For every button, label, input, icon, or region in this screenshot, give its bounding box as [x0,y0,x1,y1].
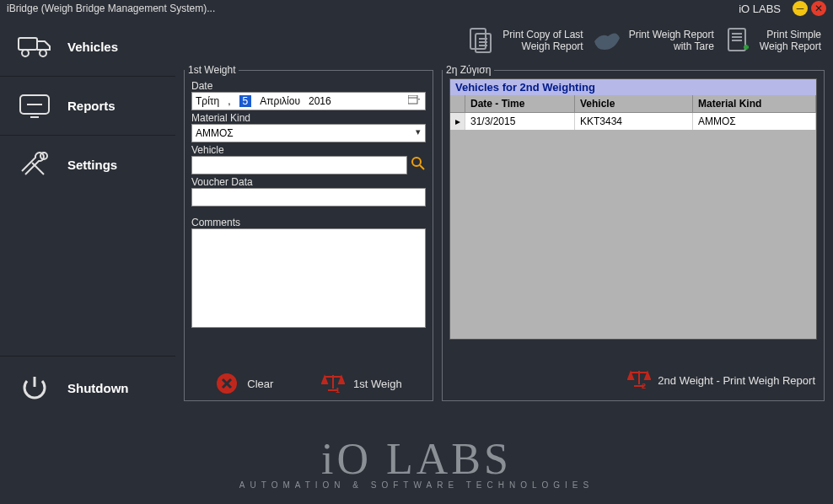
clear-label: Clear [247,378,273,390]
sidebar-item-shutdown[interactable]: Shutdown [0,356,175,420]
truck-icon [17,35,52,58]
second-weight-legend: 2η Ζύγιση [443,64,494,76]
scale-2-icon: 2 [627,369,651,392]
cell-vehicle: KKT3434 [575,113,693,130]
document-copy-icon [465,25,496,56]
table-row[interactable]: ▸ 31/3/2015 KKT3434 ΑΜΜΟΣ [450,113,816,130]
date-year: 2016 [309,95,331,107]
hand-icon [592,25,622,56]
second-weight-panel: 2η Ζύγιση Vehicles for 2nd Weighting Dat… [442,64,825,401]
titlebar-brand: iO LABS [739,3,781,15]
window-title: iBridge (Weigh Bridge Management System)… [7,3,215,14]
document-plus-icon [723,25,753,56]
sidebar-item-settings[interactable]: Settings [0,135,175,194]
vehicle-input[interactable] [191,156,407,174]
power-icon [17,374,52,403]
voucher-input[interactable] [191,188,426,206]
date-month: Απριλίου [260,95,300,107]
sidebar-shutdown-label: Shutdown [67,381,128,395]
grid-title: Vehicles for 2nd Weighting [450,79,816,95]
col-datetime: Date - Time [465,95,575,113]
first-weigh-button[interactable]: 1 1st Weigh [321,372,402,395]
cell-material: ΑΜΜΟΣ [693,113,816,130]
footer-logo: iO LABS [321,434,512,484]
date-dayname: Τρίτη [196,95,219,107]
svg-rect-18 [408,95,417,104]
second-weight-print-label: 2nd Weight - Print Weigh Report [658,374,815,387]
sidebar: Vehicles Reports Settings Shutdown [0,17,175,420]
search-icon[interactable] [411,156,426,174]
close-button[interactable]: ✕ [811,1,826,16]
print-tare-button[interactable]: Print Weigh Report with Tare [592,25,714,56]
svg-line-21 [420,165,424,169]
svg-text:2: 2 [642,382,646,389]
print-tare-line2: with Tare [674,40,714,52]
footer: iO LABS AUTOMATION & SOFTWARE TECHNOLOGI… [0,420,833,504]
print-simple-line2: Weigh Report [760,40,821,52]
row-marker-icon: ▸ [450,113,465,130]
svg-rect-0 [19,38,37,50]
date-label: Date [191,80,426,92]
minimize-button[interactable]: ─ [793,1,808,16]
print-copy-last-button[interactable]: Print Copy of Last Weigh Report [465,25,583,56]
sidebar-reports-label: Reports [67,99,116,113]
date-daynum: 5 [239,95,252,107]
titlebar: iBridge (Weigh Bridge Management System)… [0,0,833,17]
scale-1-icon: 1 [321,372,345,395]
svg-point-20 [412,158,421,166]
cell-datetime: 31/3/2015 [465,113,575,130]
second-weight-print-button[interactable]: 2 2nd Weight - Print Weigh Report [627,369,815,392]
sidebar-item-vehicles[interactable]: Vehicles [0,17,175,76]
material-select[interactable] [191,124,426,142]
footer-tagline: AUTOMATION & SOFTWARE TECHNOLOGIES [239,480,594,490]
monitor-icon [17,94,52,119]
print-simple-button[interactable]: Print Simple Weigh Report [723,25,821,56]
first-weigh-label: 1st Weigh [353,378,402,390]
sidebar-vehicles-label: Vehicles [67,40,118,54]
date-input[interactable]: Τρίτη , 5 Απριλίου 2016 [191,92,426,110]
sidebar-settings-label: Settings [67,158,117,172]
comments-textarea[interactable] [191,228,426,328]
clear-icon [215,372,239,395]
svg-point-1 [22,50,29,56]
print-tare-line1: Print Weigh Report [629,29,714,40]
svg-text:1: 1 [336,386,340,394]
material-label: Material Kind [191,112,426,124]
tools-icon [17,151,52,180]
sidebar-item-reports[interactable]: Reports [0,76,175,135]
toolbar: Print Copy of Last Weigh Report Print We… [175,17,833,64]
calendar-dropdown-icon[interactable] [408,95,420,108]
first-weight-panel: 1st Weight Date Τρίτη , 5 Απριλίου 2016 … [184,64,433,401]
voucher-label: Voucher Data [191,176,426,188]
col-material: Material Kind [693,95,816,113]
print-copy-last-line2: Weigh Report [522,40,583,52]
print-simple-line1: Print Simple [766,29,821,40]
vehicles-grid[interactable]: Vehicles for 2nd Weighting Date - Time V… [449,78,817,340]
comments-label: Comments [191,217,426,228]
col-vehicle: Vehicle [575,95,693,113]
vehicle-label: Vehicle [191,144,426,156]
grid-header: Date - Time Vehicle Material Kind [450,95,816,113]
first-weight-legend: 1st Weight [185,64,239,76]
print-copy-last-line1: Print Copy of Last [502,29,583,40]
svg-point-2 [40,50,46,56]
clear-button[interactable]: Clear [215,372,273,395]
